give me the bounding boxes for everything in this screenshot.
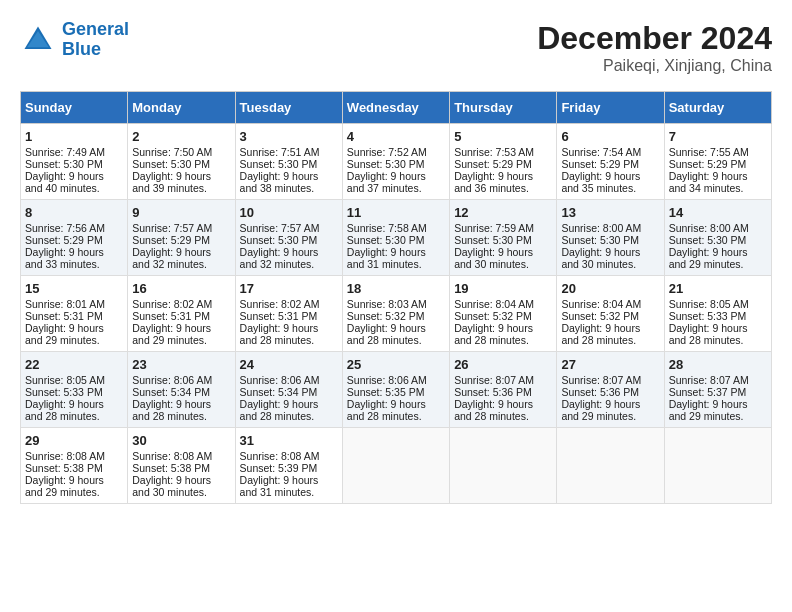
- day-info: Sunset: 5:30 PM: [132, 158, 230, 170]
- calendar-cell: 29Sunrise: 8:08 AMSunset: 5:38 PMDayligh…: [21, 428, 128, 504]
- day-number: 8: [25, 205, 123, 220]
- calendar-cell: 5Sunrise: 7:53 AMSunset: 5:29 PMDaylight…: [450, 124, 557, 200]
- day-info: Daylight: 9 hours and 30 minutes.: [561, 246, 659, 270]
- day-number: 26: [454, 357, 552, 372]
- day-info: Daylight: 9 hours and 28 minutes.: [454, 398, 552, 422]
- calendar-cell: 11Sunrise: 7:58 AMSunset: 5:30 PMDayligh…: [342, 200, 449, 276]
- day-info: Daylight: 9 hours and 29 minutes.: [669, 246, 767, 270]
- day-info: Daylight: 9 hours and 28 minutes.: [454, 322, 552, 346]
- calendar-cell: 28Sunrise: 8:07 AMSunset: 5:37 PMDayligh…: [664, 352, 771, 428]
- calendar-cell: 13Sunrise: 8:00 AMSunset: 5:30 PMDayligh…: [557, 200, 664, 276]
- day-info: Sunset: 5:38 PM: [132, 462, 230, 474]
- day-header-sunday: Sunday: [21, 92, 128, 124]
- calendar-week-row: 1Sunrise: 7:49 AMSunset: 5:30 PMDaylight…: [21, 124, 772, 200]
- day-info: Sunrise: 8:07 AM: [454, 374, 552, 386]
- day-info: Sunrise: 8:00 AM: [669, 222, 767, 234]
- day-info: Sunrise: 8:04 AM: [561, 298, 659, 310]
- day-info: Daylight: 9 hours and 28 minutes.: [132, 398, 230, 422]
- calendar-cell: 31Sunrise: 8:08 AMSunset: 5:39 PMDayligh…: [235, 428, 342, 504]
- calendar-cell: 17Sunrise: 8:02 AMSunset: 5:31 PMDayligh…: [235, 276, 342, 352]
- day-info: Sunrise: 8:00 AM: [561, 222, 659, 234]
- day-info: Sunrise: 8:02 AM: [240, 298, 338, 310]
- calendar-week-row: 22Sunrise: 8:05 AMSunset: 5:33 PMDayligh…: [21, 352, 772, 428]
- calendar-cell: 12Sunrise: 7:59 AMSunset: 5:30 PMDayligh…: [450, 200, 557, 276]
- day-info: Sunrise: 7:51 AM: [240, 146, 338, 158]
- calendar-cell: 27Sunrise: 8:07 AMSunset: 5:36 PMDayligh…: [557, 352, 664, 428]
- calendar-cell: 9Sunrise: 7:57 AMSunset: 5:29 PMDaylight…: [128, 200, 235, 276]
- day-info: Sunset: 5:31 PM: [240, 310, 338, 322]
- day-number: 15: [25, 281, 123, 296]
- day-info: Sunrise: 8:08 AM: [240, 450, 338, 462]
- day-info: Sunrise: 7:49 AM: [25, 146, 123, 158]
- day-info: Sunset: 5:30 PM: [240, 234, 338, 246]
- day-info: Daylight: 9 hours and 29 minutes.: [25, 322, 123, 346]
- day-info: Daylight: 9 hours and 28 minutes.: [25, 398, 123, 422]
- day-info: Sunset: 5:31 PM: [25, 310, 123, 322]
- day-info: Sunset: 5:29 PM: [25, 234, 123, 246]
- calendar-cell: 24Sunrise: 8:06 AMSunset: 5:34 PMDayligh…: [235, 352, 342, 428]
- day-number: 7: [669, 129, 767, 144]
- day-info: Daylight: 9 hours and 39 minutes.: [132, 170, 230, 194]
- day-info: Daylight: 9 hours and 31 minutes.: [347, 246, 445, 270]
- day-info: Sunset: 5:32 PM: [347, 310, 445, 322]
- day-info: Sunrise: 8:08 AM: [132, 450, 230, 462]
- day-info: Sunrise: 8:06 AM: [347, 374, 445, 386]
- page-header: General Blue December 2024 Paikeqi, Xinj…: [20, 20, 772, 75]
- day-info: Sunrise: 8:01 AM: [25, 298, 123, 310]
- day-info: Daylight: 9 hours and 36 minutes.: [454, 170, 552, 194]
- day-number: 29: [25, 433, 123, 448]
- day-header-tuesday: Tuesday: [235, 92, 342, 124]
- calendar-cell: 30Sunrise: 8:08 AMSunset: 5:38 PMDayligh…: [128, 428, 235, 504]
- calendar-cell: [664, 428, 771, 504]
- calendar-cell: [557, 428, 664, 504]
- day-info: Daylight: 9 hours and 32 minutes.: [132, 246, 230, 270]
- day-number: 2: [132, 129, 230, 144]
- day-info: Sunrise: 7:53 AM: [454, 146, 552, 158]
- day-info: Daylight: 9 hours and 29 minutes.: [25, 474, 123, 498]
- day-number: 28: [669, 357, 767, 372]
- calendar-cell: 7Sunrise: 7:55 AMSunset: 5:29 PMDaylight…: [664, 124, 771, 200]
- day-info: Sunset: 5:37 PM: [669, 386, 767, 398]
- day-info: Sunset: 5:31 PM: [132, 310, 230, 322]
- day-info: Sunset: 5:39 PM: [240, 462, 338, 474]
- day-info: Sunrise: 7:56 AM: [25, 222, 123, 234]
- day-number: 3: [240, 129, 338, 144]
- day-info: Sunrise: 8:07 AM: [669, 374, 767, 386]
- day-number: 21: [669, 281, 767, 296]
- day-info: Sunset: 5:30 PM: [240, 158, 338, 170]
- day-header-wednesday: Wednesday: [342, 92, 449, 124]
- day-info: Sunset: 5:29 PM: [132, 234, 230, 246]
- calendar-header-row: SundayMondayTuesdayWednesdayThursdayFrid…: [21, 92, 772, 124]
- day-info: Daylight: 9 hours and 33 minutes.: [25, 246, 123, 270]
- day-info: Sunset: 5:30 PM: [669, 234, 767, 246]
- main-title: December 2024: [537, 20, 772, 57]
- day-info: Sunrise: 7:57 AM: [240, 222, 338, 234]
- day-number: 16: [132, 281, 230, 296]
- day-info: Sunrise: 7:58 AM: [347, 222, 445, 234]
- day-info: Sunrise: 8:05 AM: [25, 374, 123, 386]
- day-number: 6: [561, 129, 659, 144]
- day-number: 25: [347, 357, 445, 372]
- calendar-cell: 16Sunrise: 8:02 AMSunset: 5:31 PMDayligh…: [128, 276, 235, 352]
- day-info: Daylight: 9 hours and 34 minutes.: [669, 170, 767, 194]
- day-number: 19: [454, 281, 552, 296]
- calendar-week-row: 29Sunrise: 8:08 AMSunset: 5:38 PMDayligh…: [21, 428, 772, 504]
- day-info: Sunrise: 8:06 AM: [132, 374, 230, 386]
- day-number: 12: [454, 205, 552, 220]
- day-info: Daylight: 9 hours and 29 minutes.: [132, 322, 230, 346]
- calendar-cell: 3Sunrise: 7:51 AMSunset: 5:30 PMDaylight…: [235, 124, 342, 200]
- day-info: Sunset: 5:36 PM: [561, 386, 659, 398]
- day-number: 17: [240, 281, 338, 296]
- day-info: Daylight: 9 hours and 40 minutes.: [25, 170, 123, 194]
- calendar-cell: 20Sunrise: 8:04 AMSunset: 5:32 PMDayligh…: [557, 276, 664, 352]
- day-info: Sunrise: 8:04 AM: [454, 298, 552, 310]
- day-info: Sunrise: 7:50 AM: [132, 146, 230, 158]
- day-info: Daylight: 9 hours and 29 minutes.: [561, 398, 659, 422]
- calendar-cell: 22Sunrise: 8:05 AMSunset: 5:33 PMDayligh…: [21, 352, 128, 428]
- day-info: Sunset: 5:29 PM: [454, 158, 552, 170]
- calendar-cell: 15Sunrise: 8:01 AMSunset: 5:31 PMDayligh…: [21, 276, 128, 352]
- day-number: 10: [240, 205, 338, 220]
- calendar-cell: 2Sunrise: 7:50 AMSunset: 5:30 PMDaylight…: [128, 124, 235, 200]
- day-info: Daylight: 9 hours and 28 minutes.: [347, 322, 445, 346]
- day-info: Daylight: 9 hours and 28 minutes.: [240, 398, 338, 422]
